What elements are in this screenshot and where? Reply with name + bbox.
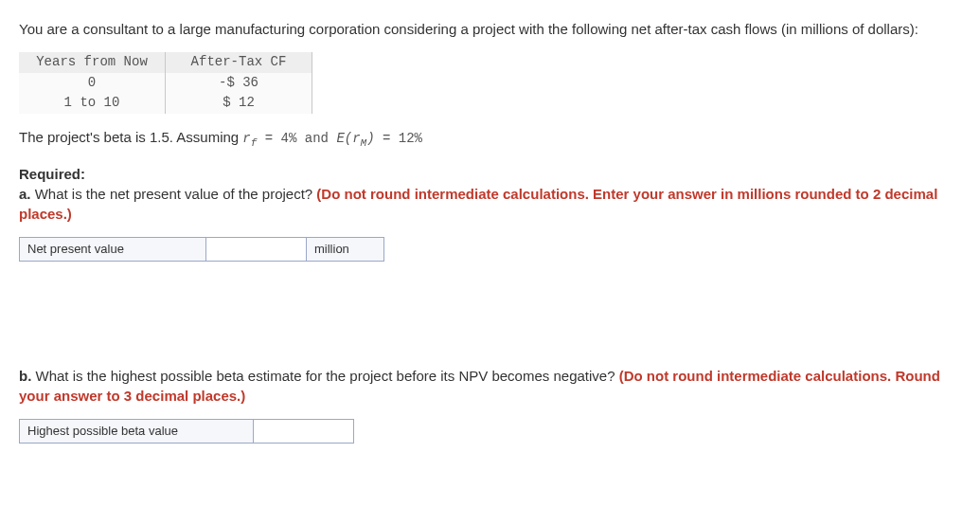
cell-cf-0: -$ 36	[166, 73, 312, 94]
rf-sub: f	[251, 137, 258, 149]
rf-symbol: rf	[242, 131, 264, 146]
cell-cf-1: $ 12	[166, 93, 312, 114]
intro-text: You are a consultant to a large manufact…	[19, 19, 966, 39]
assumption-pre: The project's beta is 1.5. Assuming	[19, 129, 242, 145]
cell-years-0: 0	[19, 73, 166, 94]
part-a: a. What is the net present value of the …	[19, 184, 966, 224]
spacer	[19, 262, 966, 366]
table-header-row: Years from Now After-Tax CF	[19, 52, 312, 73]
table-row: 1 to 10 $ 12	[19, 93, 312, 114]
rf-equals: = 4% and	[265, 131, 337, 146]
cashflow-table: Years from Now After-Tax CF 0 -$ 36 1 to…	[19, 52, 312, 114]
answer-b-row: Highest possible beta value	[19, 419, 966, 444]
part-b-question: What is the highest possible beta estima…	[31, 368, 618, 384]
cell-years-1: 1 to 10	[19, 93, 166, 114]
part-b: b. What is the highest possible beta est…	[19, 366, 966, 406]
erm-close: )	[366, 131, 374, 146]
th-cf: After-Tax CF	[166, 52, 312, 73]
erm-open: E(	[336, 131, 352, 146]
erm-r: r	[352, 131, 360, 146]
assumptions-line: The project's beta is 1.5. Assuming rf =…	[19, 127, 966, 151]
part-a-question: What is the net present value of the pro…	[31, 186, 317, 202]
erm-symbol: E(rM)	[336, 131, 383, 146]
table-row: 0 -$ 36	[19, 73, 312, 94]
answer-a-row: Net present value million	[19, 237, 966, 262]
part-a-label: a.	[19, 186, 31, 202]
th-years: Years from Now	[19, 52, 166, 73]
rf-r: r	[242, 131, 250, 146]
erm-equals: = 12%	[383, 131, 422, 146]
required-heading: Required:	[19, 164, 966, 184]
answer-a-unit: million	[307, 237, 384, 262]
answer-b-label: Highest possible beta value	[19, 419, 254, 444]
answer-a-input[interactable]	[206, 237, 307, 262]
part-b-label: b.	[19, 368, 31, 384]
answer-a-label: Net present value	[19, 237, 206, 262]
answer-b-input[interactable]	[254, 419, 354, 444]
